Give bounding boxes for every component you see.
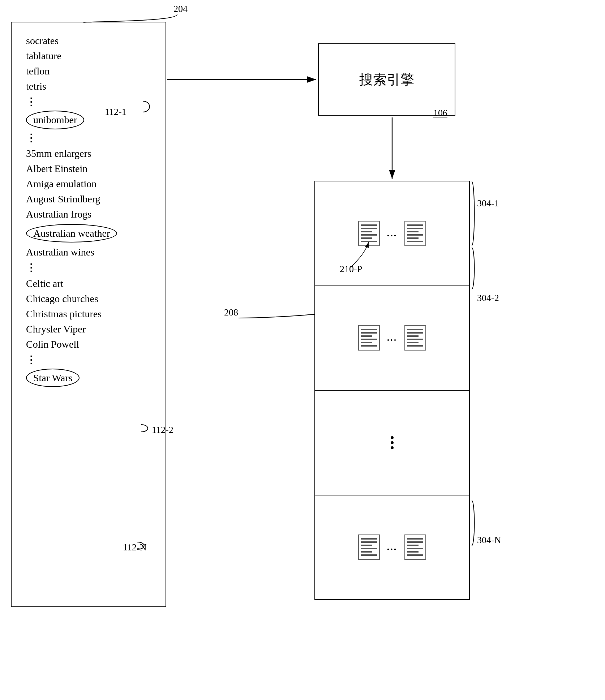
- query-item-celtic: Celtic art: [26, 276, 151, 291]
- query-item-tablature: tablature: [26, 48, 151, 64]
- query-item-teflon: teflon: [26, 64, 151, 79]
- dots-2: ⋮: [26, 132, 151, 145]
- row1-ellipsis: ...: [387, 228, 398, 239]
- oval-aus-weather-wrap: Australian weather: [26, 224, 151, 242]
- query-item-35mm: 35mm enlargers: [26, 146, 151, 161]
- doc-icon-2b: [404, 325, 426, 351]
- query-item-albert: Albert Einstein: [26, 161, 151, 176]
- row2-ellipsis: ...: [387, 332, 398, 343]
- label-112-2: 112-2: [152, 425, 173, 435]
- dots-3: ⋮: [26, 261, 151, 274]
- doc-icon-Nb: [404, 534, 426, 560]
- label-112-N: 112-N: [123, 542, 146, 553]
- query-item-colin: Colin Powell: [26, 337, 151, 352]
- rowN-ellipsis: ...: [387, 542, 398, 553]
- query-item-socrates: socrates: [26, 33, 151, 48]
- oval-starwars-wrap: Star Wars: [26, 369, 151, 387]
- label-106: 106: [433, 108, 447, 119]
- label-304-N: 304-N: [477, 535, 501, 546]
- search-engine-text: 搜索引擎: [359, 70, 414, 89]
- query-item-tetris: tetris: [26, 79, 151, 94]
- label-112-1: 112-1: [105, 107, 126, 117]
- query-item-amiga: Amiga emulation: [26, 176, 151, 192]
- search-engine-box: 搜索引擎 106: [318, 43, 455, 116]
- doc-icon-2a: [358, 325, 380, 351]
- doc-icon-1b: [404, 221, 426, 246]
- oval-unibomber: unibomber: [26, 111, 84, 129]
- dots-4: ⋮: [26, 353, 151, 366]
- query-item-chicago: Chicago churches: [26, 291, 151, 306]
- query-item-aus-frogs: Australian frogs: [26, 207, 151, 222]
- query-item-christmas: Christmas pictures: [26, 306, 151, 322]
- result-row-1: ...: [315, 181, 469, 286]
- query-item-august: August Strindberg: [26, 192, 151, 207]
- label-304-2: 304-2: [477, 293, 499, 304]
- oval-aus-weather: Australian weather: [26, 224, 117, 242]
- label-304-1: 304-1: [477, 198, 499, 209]
- label-210-P: 210-P: [340, 264, 362, 275]
- query-item-chrysler: Chrysler Viper: [26, 322, 151, 337]
- dots-1: ⋮: [26, 95, 151, 108]
- results-box: ...: [314, 181, 470, 600]
- diagram: 204 socrates tablature teflon tetris ⋮ u…: [0, 0, 605, 700]
- result-row-2: ...: [315, 286, 469, 391]
- oval-unibomber-wrap: unibomber: [26, 111, 151, 129]
- result-row-dots: [315, 391, 469, 495]
- label-208: 208: [224, 307, 238, 318]
- doc-icon-1a: [358, 221, 380, 246]
- result-row-N: ...: [315, 495, 469, 600]
- vertical-dots: [391, 436, 394, 449]
- oval-star-wars: Star Wars: [26, 369, 80, 387]
- query-list-box: socrates tablature teflon tetris ⋮ unibo…: [11, 22, 166, 607]
- label-204: 204: [173, 4, 188, 14]
- query-item-aus-wines: Australian wines: [26, 245, 151, 260]
- doc-icon-Na: [358, 534, 380, 560]
